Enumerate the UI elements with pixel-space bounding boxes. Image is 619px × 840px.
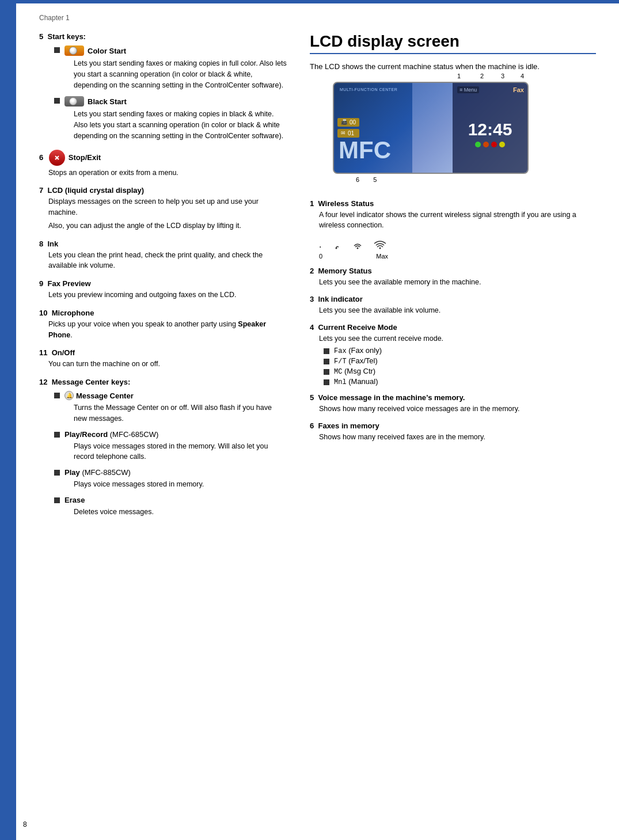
wifi-icon-2 xyxy=(351,239,364,252)
sub-item-play-record: Play/Record (MFC-685CW) Plays voice mess… xyxy=(54,430,287,463)
chapter-label: Chapter 1 xyxy=(39,14,596,22)
right-section-1: 1 Wireless Status A four level indicator… xyxy=(310,199,596,260)
right-title-5: Voice message in the machine’s memory. xyxy=(318,393,465,402)
callout-3: 3 xyxy=(501,73,504,79)
wireless-section: · xyxy=(319,238,596,260)
callout-6: 6 xyxy=(356,176,359,183)
lcd-heading: LCD display screen xyxy=(310,32,596,51)
sub-item-msg-center: 🔔 Message Center Turns the Message Cente… xyxy=(54,391,287,424)
right-num-6: 6 xyxy=(310,421,314,430)
right-num-5: 5 xyxy=(310,393,314,402)
msg-center-content: 🔔 Message Center Turns the Message Cente… xyxy=(64,391,287,424)
erase-body: Deletes voice messages. xyxy=(74,507,287,518)
section-item-9: 9 Fax Preview Lets you preview incoming … xyxy=(39,279,287,301)
section-title-11: On/Off xyxy=(52,348,75,357)
lcd-menu-icon: ≡ Menu xyxy=(457,86,479,93)
mode-mc: MC (Msg Ctr) xyxy=(324,367,596,376)
right-body-4: Lets you see the current receive mode. xyxy=(319,333,596,344)
bullet-sq-mnl xyxy=(324,379,329,385)
dot-red xyxy=(491,142,497,147)
callout-2: 2 xyxy=(480,73,484,79)
svg-point-3 xyxy=(336,248,337,249)
fax-count: 00 xyxy=(350,119,356,126)
play-label: Play xyxy=(64,468,80,477)
mode-ft: F/T (Fax/Tel) xyxy=(324,356,596,366)
stop-exit-body: Stops an operation or exits from a menu. xyxy=(48,168,287,178)
stop-exit-button[interactable] xyxy=(49,150,65,166)
wifi-icon-max xyxy=(373,238,387,252)
section-item-6: 6 Stop/Exit Stops an operation or exits … xyxy=(39,150,287,178)
right-num-1: 1 xyxy=(310,199,314,208)
black-start-button[interactable] xyxy=(64,96,84,107)
wifi-icon-1 xyxy=(331,240,342,252)
wireless-icons: · xyxy=(319,238,596,252)
callout-row-bottom: 6 5 xyxy=(356,176,529,183)
erase-content: Erase Deletes voice messages. xyxy=(64,496,287,518)
lcd-counter-icons: 📠 00 ✉ 01 xyxy=(337,118,359,138)
main-content: Chapter 1 5 Start keys: xyxy=(16,3,619,549)
play-record-suffix: (MFC-685CW) xyxy=(110,430,159,439)
section-item-11: 11 On/Off You can turn the machine on or… xyxy=(39,348,287,370)
lcd-time-display: 12:45 xyxy=(468,120,512,139)
bullet-sq-erase xyxy=(54,497,60,503)
microphone-body: Picks up your voice when you speak to an… xyxy=(48,319,287,341)
section-item-5: 5 Start keys: Color Start xyxy=(39,32,287,142)
right-title-3: Ink indicator xyxy=(318,295,362,303)
section-title-8: Ink xyxy=(47,240,58,248)
right-title-4: Current Receive Mode xyxy=(318,323,397,332)
wireless-labels: 0 Max xyxy=(319,253,388,260)
lcd-brand: MULTI-FUNCTION CENTER xyxy=(340,88,397,92)
wireless-max: Max xyxy=(376,253,388,260)
right-body-5: Shows how many received voice messages a… xyxy=(319,404,596,415)
section-item-7: 7 LCD (liquid crystal display) Displays … xyxy=(39,186,287,231)
fax-preview-body: Lets you preview incoming and outgoing f… xyxy=(48,290,287,301)
bullet-sq-ft xyxy=(324,359,329,364)
bullet-sq-2 xyxy=(54,98,60,104)
sub-item-black-content: Black Start Lets you start sending faxes… xyxy=(64,96,287,141)
wifi-icon-0: · xyxy=(319,242,321,252)
right-section-2: 2 Memory Status Lets you see the availab… xyxy=(310,267,596,288)
sub-item-play: Play (MFC-885CW) Plays voice messages st… xyxy=(54,468,287,490)
section-number-8: 8 xyxy=(39,240,43,248)
bullet-sq-mc xyxy=(324,369,329,375)
callout-4: 4 xyxy=(521,73,524,79)
lcd-body-2: Also, you can adjust the angle of the LC… xyxy=(48,221,287,231)
lcd-body-1: Displays messages on the screen to help … xyxy=(48,196,287,218)
msg-center-body: Turns the Message Center on or off. Will… xyxy=(74,402,287,424)
color-start-button[interactable] xyxy=(64,45,84,56)
play-record-label: Play/Record xyxy=(64,430,108,439)
svg-point-5 xyxy=(379,248,381,249)
msg-count: 01 xyxy=(348,130,354,136)
lcd-mode-label: Fax xyxy=(513,86,524,93)
right-section-4: 4 Current Receive Mode Lets you see the … xyxy=(310,323,596,387)
sub-item-erase: Erase Deletes voice messages. xyxy=(54,496,287,518)
mode-fax: Fax (Fax only) xyxy=(324,346,596,355)
section-number-7: 7 xyxy=(39,186,43,195)
two-col-layout: 5 Start keys: Color Start xyxy=(39,32,596,526)
lcd-model-text: MFC xyxy=(339,136,391,164)
sub-item-black-start: Black Start Lets you start sending faxes… xyxy=(54,96,287,141)
lcd-heading-underline xyxy=(310,53,596,54)
right-num-4: 4 xyxy=(310,323,314,332)
right-body-2: Lets you see the available memory in the… xyxy=(319,277,596,288)
screen-wrapper: 1 2 3 4 MULTI-FUNCTION CENTER MFC xyxy=(333,82,529,183)
bullet-sq-fax xyxy=(324,348,329,354)
bullet-sq xyxy=(54,47,60,53)
message-center-icon: 🔔 xyxy=(64,391,74,400)
right-column: LCD display screen The LCD shows the cur… xyxy=(310,32,596,526)
section-item-8: 8 Ink Lets you clean the print head, che… xyxy=(39,240,287,272)
dot-green xyxy=(475,142,481,147)
right-section-3: 3 Ink indicator Lets you see the availab… xyxy=(310,295,596,316)
black-start-icon xyxy=(69,97,77,105)
section-number-9: 9 xyxy=(39,279,43,288)
play-record-body: Plays voice messages stored in the memor… xyxy=(74,441,287,463)
play-record-content: Play/Record (MFC-685CW) Plays voice mess… xyxy=(64,430,287,463)
section-title-6: Stop/Exit xyxy=(69,153,101,162)
right-body-3: Lets you see the available ink volume. xyxy=(319,305,596,316)
bullet-sq-play xyxy=(54,432,60,438)
play-body: Plays voice messages stored in memory. xyxy=(74,479,287,490)
section-number-12: 12 xyxy=(39,378,47,386)
section-number-10: 10 xyxy=(39,309,47,317)
lcd-status-dots xyxy=(475,142,505,147)
sub-item-color-start: Color Start Lets you start sending faxes… xyxy=(54,45,287,90)
